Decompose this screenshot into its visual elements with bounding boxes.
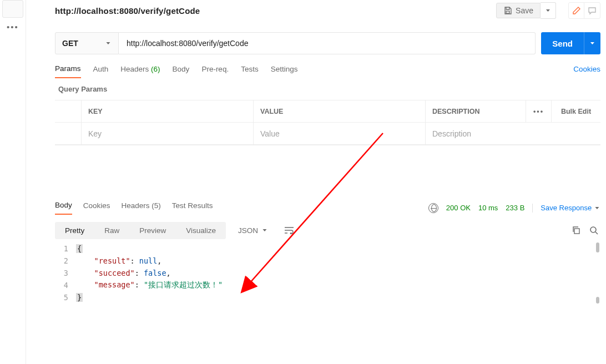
col-value: VALUE <box>254 100 426 123</box>
col-description: DESCRIPTION <box>426 100 526 123</box>
status-code: 200 OK <box>446 204 471 212</box>
resp-tab-cookies[interactable]: Cookies <box>83 201 110 214</box>
left-sidebar: ••• <box>0 0 26 364</box>
resp-tab-body[interactable]: Body <box>55 201 72 215</box>
save-label: Save <box>516 6 533 15</box>
chevron-down-icon: ▼ <box>545 8 552 13</box>
status-time: 10 ms <box>478 204 498 212</box>
request-title: http://localhost:8080/verify/getCode <box>55 6 200 16</box>
send-button[interactable]: Send <box>541 32 584 54</box>
query-params-heading: Query Params <box>26 78 606 97</box>
resp-tab-headers[interactable]: Headers (5) <box>122 201 161 214</box>
tab-body[interactable]: Body <box>173 65 190 78</box>
body-format-group: Pretty Raw Preview Visualize <box>55 222 226 239</box>
sidebar-more-icon[interactable]: ••• <box>7 22 19 32</box>
tab-tests[interactable]: Tests <box>241 65 259 78</box>
globe-icon[interactable] <box>428 203 438 213</box>
comment-icon <box>588 6 597 15</box>
scrollbar-thumb[interactable] <box>596 297 599 304</box>
format-visualize[interactable]: Visualize <box>176 222 226 239</box>
svg-rect-1 <box>574 229 579 234</box>
value-input[interactable]: Value <box>254 123 426 145</box>
save-response-button[interactable]: Save Response ▼ <box>541 204 600 212</box>
tab-prereq[interactable]: Pre-req. <box>201 65 229 78</box>
chevron-down-icon: ▼ <box>105 41 112 46</box>
col-key: KEY <box>82 100 254 123</box>
search-icon <box>589 226 599 235</box>
checkbox-header <box>55 100 82 123</box>
save-dropdown[interactable]: ▼ <box>541 2 556 19</box>
copy-icon <box>572 226 580 235</box>
http-method-select[interactable]: GET ▼ <box>55 32 119 54</box>
save-icon <box>503 6 512 15</box>
format-preview[interactable]: Preview <box>129 222 176 239</box>
url-input[interactable] <box>119 32 536 54</box>
save-button[interactable]: Save <box>496 3 541 18</box>
description-input[interactable]: Description <box>426 123 600 145</box>
divider <box>532 204 533 213</box>
pencil-icon <box>572 6 581 15</box>
send-dropdown[interactable]: ▼ <box>584 32 600 54</box>
tab-headers[interactable]: Headers (6) <box>120 65 160 78</box>
chevron-down-icon: ▼ <box>589 41 596 46</box>
chevron-down-icon: ▼ <box>594 205 600 210</box>
response-body[interactable]: 1{ 2 "result": null, 3 "succeed": false,… <box>55 242 600 304</box>
comment-button[interactable] <box>584 3 600 18</box>
top-right-icons <box>568 2 600 19</box>
format-raw[interactable]: Raw <box>94 222 129 239</box>
tab-params[interactable]: Params <box>55 64 81 78</box>
key-input[interactable]: Key <box>82 123 254 145</box>
tab-auth[interactable]: Auth <box>93 65 109 78</box>
chevron-down-icon: ▼ <box>261 228 268 232</box>
resp-tab-test-results[interactable]: Test Results <box>172 201 213 214</box>
http-method-label: GET <box>62 39 105 48</box>
body-type-select[interactable]: JSON ▼ <box>233 222 274 239</box>
svg-point-2 <box>590 227 596 232</box>
scrollbar-thumb[interactable] <box>596 242 599 252</box>
search-button[interactable] <box>587 224 600 237</box>
svg-rect-0 <box>506 11 509 13</box>
row-checkbox[interactable] <box>55 123 82 145</box>
copy-button[interactable] <box>569 224 583 237</box>
sidebar-tab-placeholder[interactable] <box>2 0 23 18</box>
edit-button[interactable] <box>569 3 584 18</box>
wrap-button[interactable] <box>280 221 298 239</box>
format-pretty[interactable]: Pretty <box>55 222 94 239</box>
cookies-link[interactable]: Cookies <box>573 65 600 78</box>
status-size: 233 B <box>506 204 524 212</box>
col-more-icon[interactable]: ••• <box>526 100 552 123</box>
query-params-table: KEY VALUE DESCRIPTION ••• Bulk Edit Key … <box>55 100 600 145</box>
tab-settings[interactable]: Settings <box>271 65 298 78</box>
bulk-edit-button[interactable]: Bulk Edit <box>552 100 600 123</box>
wrap-icon <box>284 226 294 234</box>
